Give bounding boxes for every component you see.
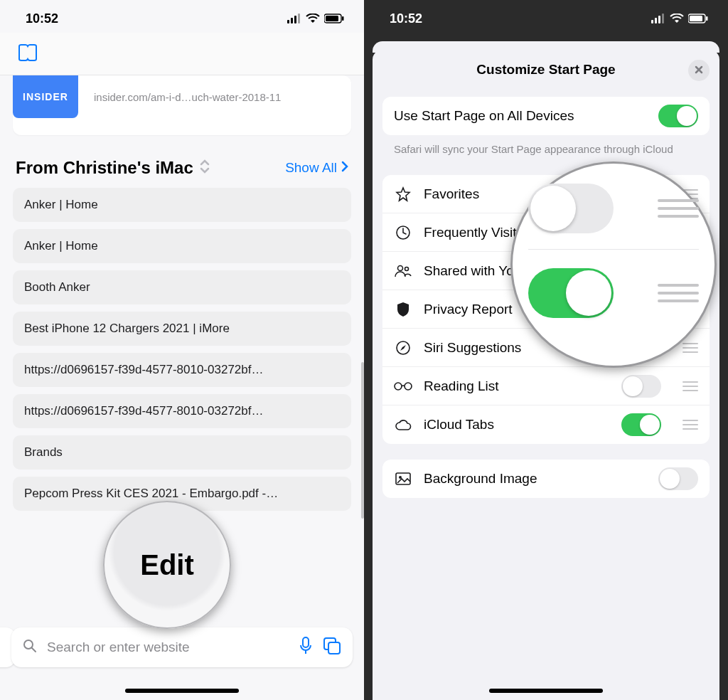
left-screenshot: 10:52 INSIDER insider.com/am-i-d…uch-wat… [0,0,364,700]
tab-item[interactable]: https://d0696157-f39d-4577-8010-03272bf… [13,394,351,428]
home-indicator[interactable] [125,689,239,693]
cloud-icon [394,418,412,431]
edit-button-magnified[interactable]: Edit [103,501,231,629]
edit-label: Edit [140,549,194,581]
svg-rect-2 [294,16,296,23]
status-icons [287,14,344,23]
svg-rect-15 [658,16,660,23]
image-icon [394,472,412,486]
freq-toggle-zoom[interactable] [528,184,614,233]
close-button[interactable] [688,60,710,81]
svg-point-7 [24,640,33,649]
tab-item[interactable]: Anker | Home [13,229,351,263]
customize-sheet: Customize Start Page Use Start Page on A… [373,50,719,700]
svg-rect-6 [342,16,344,21]
section-header: From Christine's iMac Show All [0,135,364,188]
tab-item[interactable]: Brands [13,435,351,470]
status-bar: 10:52 [364,0,728,33]
chevron-right-icon [341,160,348,176]
icloud-toggle[interactable] [621,413,661,436]
toggles-magnified [510,161,717,368]
reading-label: Reading List [424,378,610,394]
sync-group: Use Start Page on All Devices [382,97,710,135]
compass-icon [394,340,412,356]
status-time: 10:52 [26,11,58,26]
wifi-icon [306,14,320,23]
status-bar: 10:52 [0,0,364,33]
svg-rect-9 [303,637,309,647]
wifi-icon [670,14,684,23]
shield-icon [394,301,412,318]
svg-rect-3 [298,14,300,23]
address-placeholder: Search or enter website [47,640,289,655]
shared-toggle-zoom[interactable] [528,268,614,318]
drag-handle-icon[interactable] [682,343,698,353]
bookmarks-icon[interactable] [17,43,38,65]
svg-line-8 [32,648,36,652]
insider-url: insider.com/am-i-d…uch-water-2018-11 [94,91,281,103]
drag-handle-icon[interactable] [658,284,699,302]
address-bar[interactable]: Search or enter website [11,627,353,667]
bg-label: Background Image [424,471,647,487]
home-indicator[interactable] [489,689,603,693]
sync-label: Use Start Page on All Devices [394,108,647,124]
bg-row[interactable]: Background Image [382,460,710,498]
sheet-header: Customize Start Page [373,50,719,90]
tab-item[interactable]: Anker | Home [13,188,351,222]
zoom-freq-row [528,184,699,250]
svg-point-22 [405,267,409,270]
svg-rect-16 [662,14,664,23]
svg-rect-19 [706,16,708,21]
battery-icon [688,14,708,23]
drag-handle-icon[interactable] [682,420,698,430]
cellular-icon [287,14,301,23]
icloud-label: iCloud Tabs [424,417,610,433]
search-icon [23,639,37,656]
sort-chevron-icon [199,158,210,178]
svg-point-25 [405,383,412,390]
safari-toolbar [0,33,364,75]
right-screenshot: 10:52 Customize Start Page [364,0,728,700]
svg-rect-18 [690,16,702,21]
tab-item[interactable]: https://d0696157-f39d-4577-8010-03272bf… [13,353,351,387]
svg-rect-0 [287,20,289,23]
zoom-shared-row [528,268,699,334]
glasses-icon [394,381,412,391]
tabs-icon[interactable] [323,637,341,658]
sync-toggle[interactable] [658,105,698,127]
star-icon [394,186,412,202]
cellular-icon [651,14,665,23]
svg-rect-1 [291,18,293,23]
show-all-link[interactable]: Show All [285,160,348,176]
status-icons [651,14,708,23]
svg-rect-13 [651,20,653,23]
svg-point-21 [398,265,403,270]
battery-icon [324,14,344,23]
reading-row[interactable]: Reading List [382,367,710,405]
reading-toggle[interactable] [621,375,661,398]
sheet-title: Customize Start Page [476,62,615,78]
sync-note: Safari will sync your Start Page appeara… [373,135,719,168]
tab-item[interactable]: Booth Anker [13,270,351,304]
icloud-tabs-list: Anker | Home Anker | Home Booth Anker Be… [0,188,364,511]
svg-rect-5 [326,16,338,21]
icloud-row[interactable]: iCloud Tabs [382,405,710,444]
svg-point-27 [399,476,402,479]
drag-handle-icon[interactable] [658,199,699,218]
tab-item[interactable]: Best iPhone 12 Chargers 2021 | iMore [13,312,351,346]
section-title-text: From Christine's iMac [16,158,193,178]
bg-toggle[interactable] [658,467,698,490]
svg-rect-14 [655,18,657,23]
sync-row[interactable]: Use Start Page on All Devices [382,97,710,135]
svg-rect-12 [328,642,340,654]
mic-icon[interactable] [299,637,313,658]
close-icon [695,64,703,77]
section-title[interactable]: From Christine's iMac [16,158,210,178]
show-all-text: Show All [285,160,337,176]
bg-group: Background Image [382,460,710,498]
svg-point-24 [395,383,402,390]
clock-icon [394,225,412,240]
people-icon [394,264,412,278]
insider-card[interactable]: INSIDER insider.com/am-i-d…uch-water-201… [13,75,351,135]
drag-handle-icon[interactable] [682,381,698,391]
